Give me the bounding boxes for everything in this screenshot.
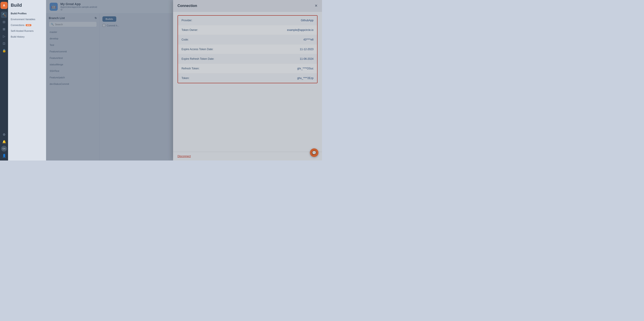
disconnect-button[interactable]: Disconnect bbox=[178, 155, 191, 158]
token-owner-label: Token Owner: bbox=[182, 29, 198, 32]
sidebar-icon-lock[interactable]: 🔒 bbox=[1, 48, 7, 54]
expire-access-label: Expire Access Token Date: bbox=[182, 48, 214, 51]
provider-value: GithubApp bbox=[301, 19, 314, 22]
expire-access-value: 11-12-2023 bbox=[300, 48, 314, 51]
token-label: Token: bbox=[182, 77, 190, 80]
avatar[interactable]: CA bbox=[1, 146, 7, 152]
left-panel-title: Build bbox=[8, 3, 46, 11]
expire-refresh-label: Expire Refresh Token Date: bbox=[182, 57, 214, 61]
code-value: 43****e8 bbox=[304, 38, 314, 41]
sidebar-icon-hammer[interactable]: 🔨 bbox=[1, 12, 7, 18]
main-content: 🤖 My Great App Appcircleio/appcircle-sam… bbox=[46, 0, 322, 161]
token-owner-value: example@appcircle.io bbox=[287, 29, 314, 32]
expire-refresh-value: 11-06-2024 bbox=[300, 57, 314, 61]
logo-text: A bbox=[3, 4, 5, 7]
nav-item-history[interactable]: Build History bbox=[8, 34, 46, 40]
sidebar-logo[interactable]: A bbox=[0, 2, 8, 9]
connection-row-refresh-token: Refresh Token: ghr_****OSuc bbox=[178, 64, 317, 73]
sidebar-icon-layers[interactable]: ⊟ bbox=[1, 19, 7, 25]
refresh-token-label: Refresh Token: bbox=[182, 67, 200, 70]
dialog-header: Connection ✕ bbox=[173, 0, 322, 12]
dialog-body: Provider: GithubApp Token Owner: example… bbox=[173, 12, 322, 152]
connection-row-token-owner: Token Owner: example@appcircle.io bbox=[178, 25, 317, 35]
sidebar-icon-send[interactable]: ▷ bbox=[1, 33, 7, 39]
connection-row-expire-access: Expire Access Token Date: 11-12-2023 bbox=[178, 45, 317, 54]
connection-row-token: Token: ghu_****2Ezp bbox=[178, 73, 317, 83]
nav-item-runners[interactable]: Self-Hosted Runners bbox=[8, 28, 46, 34]
connection-row-provider: Provider: GithubApp bbox=[178, 16, 317, 25]
connection-table: Provider: GithubApp Token Owner: example… bbox=[178, 15, 318, 83]
nav-item-connections[interactable]: Connections NEW bbox=[8, 22, 46, 28]
refresh-token-value: ghr_****OSuc bbox=[297, 67, 314, 70]
dialog-title: Connection bbox=[178, 4, 197, 8]
code-label: Code: bbox=[182, 38, 189, 41]
sidebar-icon-settings[interactable]: ⚙ bbox=[1, 131, 7, 138]
close-button[interactable]: ✕ bbox=[314, 4, 318, 8]
new-badge: NEW bbox=[26, 24, 31, 26]
chat-fab-button[interactable]: 💬 bbox=[310, 148, 318, 157]
provider-label: Provider: bbox=[182, 19, 192, 22]
connection-row-code: Code: 43****e8 bbox=[178, 35, 317, 45]
token-value: ghu_****2Ezp bbox=[297, 77, 314, 80]
sidebar-icon-person[interactable]: 👤 bbox=[1, 152, 7, 159]
nav-item-build-profiles[interactable]: Build Profiles bbox=[8, 11, 46, 16]
sidebar-icon-puzzle[interactable]: ⊞ bbox=[1, 26, 7, 32]
sidebar-icon-bell[interactable]: 🔔 bbox=[1, 139, 7, 145]
nav-item-env-vars[interactable]: Environment Variables bbox=[8, 16, 46, 22]
dialog-footer: Disconnect bbox=[173, 152, 322, 161]
sidebar-icon-briefcase[interactable]: ⊡ bbox=[1, 40, 7, 47]
connection-dialog: Connection ✕ Provider: GithubApp Token O… bbox=[173, 0, 322, 161]
left-panel: Build Build Profiles Environment Variabl… bbox=[8, 0, 46, 161]
sidebar: A 🔨 ⊟ ⊞ ▷ ⊡ 🔒 ⚙ 🔔 CA 👤 bbox=[0, 0, 8, 161]
connection-row-expire-refresh: Expire Refresh Token Date: 11-06-2024 bbox=[178, 54, 317, 64]
chat-icon: 💬 bbox=[312, 151, 316, 155]
